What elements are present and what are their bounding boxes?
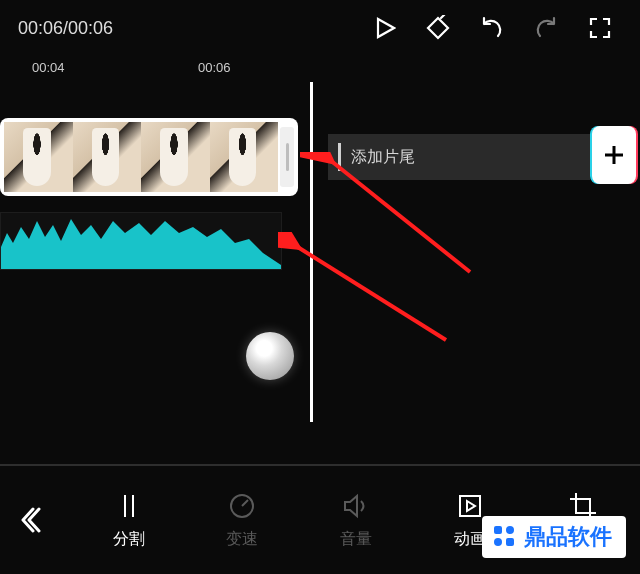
ending-bar-icon xyxy=(338,143,341,171)
redo-button[interactable] xyxy=(524,6,568,50)
ruler-tick: 00:04 xyxy=(32,60,65,75)
watermark-logo-icon xyxy=(492,524,518,550)
svg-line-1 xyxy=(296,246,446,340)
clip-trim-handle[interactable] xyxy=(280,127,294,187)
playhead[interactable] xyxy=(310,82,313,422)
clip-thumbnail xyxy=(141,122,210,192)
annotation-arrow xyxy=(278,232,458,352)
tool-label: 变速 xyxy=(226,529,258,550)
add-clip-button[interactable] xyxy=(592,126,636,184)
timeline-tracks[interactable]: 添加片尾 xyxy=(0,82,640,412)
ruler-tick: 00:06 xyxy=(198,60,231,75)
tool-label: 分割 xyxy=(113,529,145,550)
clip-thumbnail xyxy=(210,122,279,192)
top-toolbar: 00:06/00:06 xyxy=(0,0,640,56)
tool-split[interactable]: 分割 xyxy=(113,491,145,550)
tool-label: 音量 xyxy=(340,529,372,550)
back-button[interactable] xyxy=(0,466,72,574)
watermark-badge: 鼎品软件 xyxy=(482,516,626,558)
clip-thumbnail xyxy=(4,122,73,192)
timeline-ruler[interactable]: 00:04 00:06 xyxy=(0,56,640,82)
undo-button[interactable] xyxy=(470,6,514,50)
watermark-text: 鼎品软件 xyxy=(524,522,612,552)
video-clip[interactable] xyxy=(0,118,298,196)
tool-label: 动画 xyxy=(454,529,486,550)
tool-volume[interactable]: 音量 xyxy=(340,491,372,550)
audio-track[interactable] xyxy=(0,212,282,270)
fullscreen-button[interactable] xyxy=(578,6,622,50)
tool-speed[interactable]: 变速 xyxy=(226,491,258,550)
clip-thumbnail xyxy=(73,122,142,192)
add-ending-label: 添加片尾 xyxy=(351,147,415,168)
timecode-display: 00:06/00:06 xyxy=(18,18,113,39)
tool-animation[interactable]: 动画 xyxy=(454,491,486,550)
add-ending-slot[interactable]: 添加片尾 xyxy=(328,134,590,180)
scrub-knob[interactable] xyxy=(246,332,294,380)
keyframe-button[interactable] xyxy=(416,6,460,50)
svg-rect-3 xyxy=(460,496,480,516)
play-button[interactable] xyxy=(362,6,406,50)
